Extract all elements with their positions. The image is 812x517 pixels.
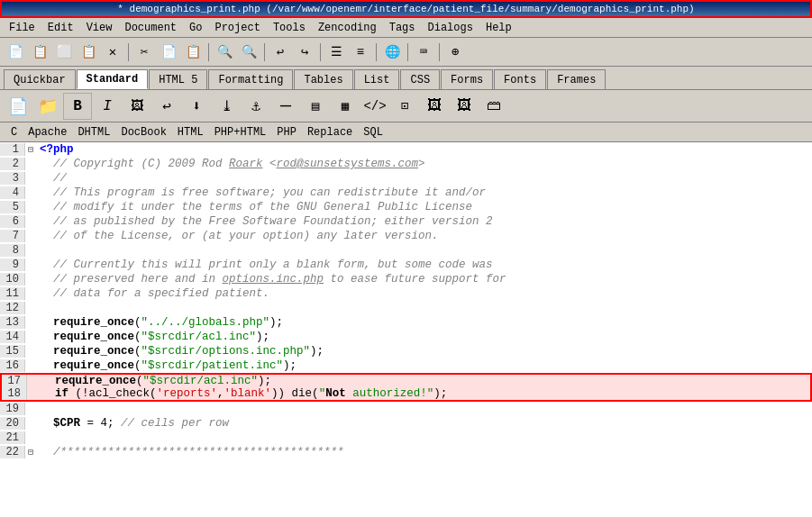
line-4: 4 // This program is free software; you … <box>0 186 812 200</box>
menu-item-zencoding[interactable]: Zencoding <box>313 21 382 35</box>
code-21 <box>36 431 47 444</box>
menu-item-dialogs[interactable]: Dialogs <box>423 21 479 35</box>
tab-quickbar[interactable]: Quickbar <box>4 69 76 89</box>
sep2 <box>208 43 209 61</box>
tb2-img3[interactable]: 🖼 <box>450 93 479 120</box>
toolbar2: 📄 📁 B I 🖼 ↩ ⬇ ⤓ ⚓ — ▤ ▦ </> ⊡ 🖼 🖼 🗃 <box>0 90 812 122</box>
menu-item-tags[interactable]: Tags <box>384 21 421 35</box>
line-num-3: 3 <box>0 172 25 185</box>
line-17: 17 require_once("$srcdir/acl.inc"); <box>0 373 812 387</box>
tab-frames[interactable]: Frames <box>547 69 606 89</box>
tb2-back[interactable]: ↩ <box>152 93 181 120</box>
cat-phphtml[interactable]: PHP+HTML <box>211 126 270 139</box>
tb2-open[interactable]: 📁 <box>33 93 62 120</box>
menu-item-tools[interactable]: Tools <box>268 21 311 35</box>
sep7 <box>439 43 440 61</box>
search2-btn[interactable]: 🔍 <box>237 41 260 63</box>
tab-css[interactable]: CSS <box>400 69 440 89</box>
code-19 <box>36 403 47 415</box>
copy-btn[interactable]: 📋 <box>28 41 51 63</box>
list-btn[interactable]: ☰ <box>324 41 348 63</box>
tab-formatting[interactable]: Formatting <box>208 69 293 89</box>
collapse-20 <box>25 419 36 429</box>
tb2-special[interactable]: ⊡ <box>390 93 419 120</box>
line-num-5: 5 <box>0 201 25 213</box>
tb2-align-c[interactable]: ▦ <box>331 93 360 120</box>
tb2-img4[interactable]: 🗃 <box>479 93 508 120</box>
tb2-italic[interactable]: I <box>93 93 122 120</box>
code-18: if (!acl_check('reports','blank')) die("… <box>38 387 447 400</box>
tb2-img[interactable]: 🖼 <box>123 93 151 120</box>
tb2-dl[interactable]: ⬇ <box>182 93 211 120</box>
btn3[interactable]: ⬜ <box>52 41 76 63</box>
globe-btn[interactable]: 🌐 <box>380 41 404 63</box>
cat-dhtml[interactable]: DHTML <box>74 126 114 139</box>
cat-replace[interactable]: Replace <box>304 126 356 139</box>
menu-item-edit[interactable]: Edit <box>42 21 79 35</box>
line-19: 19 <box>0 402 812 416</box>
cat-php[interactable]: PHP <box>273 126 300 139</box>
line-num-13: 13 <box>0 316 25 329</box>
title-bar: * demographics_print.php (/var/www/opene… <box>0 0 812 18</box>
tab-standard[interactable]: Standard <box>77 69 149 89</box>
code-14: require_once("$srcdir/acl.inc"); <box>36 331 269 343</box>
tb2-img2[interactable]: 🖼 <box>420 93 449 120</box>
code-1: <?php <box>36 143 74 156</box>
tb2-align-l[interactable]: ▤ <box>301 93 330 120</box>
code-6: // as published by the Free Software Fou… <box>36 215 493 228</box>
cat-sql[interactable]: SQL <box>360 126 387 139</box>
tab-html5[interactable]: HTML 5 <box>149 69 207 89</box>
tb2-new[interactable]: 📄 <box>4 93 32 120</box>
collapse-12 <box>25 304 36 313</box>
line-7: 7 // of the License, or (at your option)… <box>0 229 812 243</box>
cat-html[interactable]: HTML <box>174 126 207 139</box>
code-editor[interactable]: 1 ⊟ <?php 2 // Copyright (C) 2009 Rod Ro… <box>0 142 812 517</box>
menu-item-project[interactable]: Project <box>209 21 265 35</box>
collapse-15 <box>25 347 36 357</box>
tab-fonts[interactable]: Fonts <box>494 69 546 89</box>
line-8: 8 <box>0 243 812 258</box>
btn4[interactable]: 📋 <box>77 41 100 63</box>
code-15: require_once("$srcdir/options.inc.php"); <box>36 345 324 358</box>
cat-docbook[interactable]: DocBook <box>117 126 169 139</box>
line-22: 22 ⊟ /**********************************… <box>0 445 812 459</box>
collapse-8 <box>25 246 36 256</box>
line-num-15: 15 <box>0 345 25 358</box>
tb2-hr[interactable]: — <box>271 93 300 120</box>
copy2-btn[interactable]: 📄 <box>157 41 180 63</box>
list2-btn[interactable]: ≡ <box>349 41 372 63</box>
tab-tables[interactable]: Tables <box>294 69 352 89</box>
cat-apache[interactable]: Apache <box>24 126 70 139</box>
line-num-8: 8 <box>0 244 25 257</box>
tb2-bold[interactable]: B <box>63 93 92 120</box>
menu-item-file[interactable]: File <box>4 21 41 35</box>
tb2-code[interactable]: </> <box>360 93 389 120</box>
redo-btn[interactable]: ↪ <box>293 41 316 63</box>
line-14: 14 require_once("$srcdir/acl.inc"); <box>0 330 812 344</box>
menu-item-view[interactable]: View <box>81 21 118 35</box>
tb2-dl2[interactable]: ⤓ <box>212 93 241 120</box>
menu-item-help[interactable]: Help <box>480 21 517 35</box>
tab-forms[interactable]: Forms <box>441 69 493 89</box>
new-file-btn[interactable]: 📄 <box>4 41 27 63</box>
collapse-1[interactable]: ⊟ <box>25 144 36 155</box>
tb2-anchor[interactable]: ⚓ <box>242 93 270 120</box>
cat-c[interactable]: C <box>7 126 21 139</box>
menu-item-document[interactable]: Document <box>119 21 182 35</box>
menu-item-go[interactable]: Go <box>184 21 207 35</box>
kb-btn[interactable]: ⌨ <box>412 41 435 63</box>
tab-list[interactable]: List <box>354 69 400 89</box>
collapse-19 <box>25 404 36 414</box>
move-btn[interactable]: ⊕ <box>443 41 467 63</box>
code-9: // Currently this will print only a blan… <box>36 258 493 271</box>
search-btn[interactable]: 🔍 <box>213 41 236 63</box>
line-16: 16 require_once("$srcdir/patient.inc"); <box>0 358 812 373</box>
cut-btn[interactable]: ✂ <box>132 41 156 63</box>
paste-btn[interactable]: 📋 <box>181 41 205 63</box>
line-num-19: 19 <box>0 403 25 415</box>
collapse-22[interactable]: ⊟ <box>25 447 36 458</box>
collapse-16 <box>25 361 36 371</box>
close-btn[interactable]: ✕ <box>101 41 124 63</box>
line-2: 2 // Copyright (C) 2009 Rod Roark <rod@s… <box>0 157 812 171</box>
undo-btn[interactable]: ↩ <box>269 41 292 63</box>
